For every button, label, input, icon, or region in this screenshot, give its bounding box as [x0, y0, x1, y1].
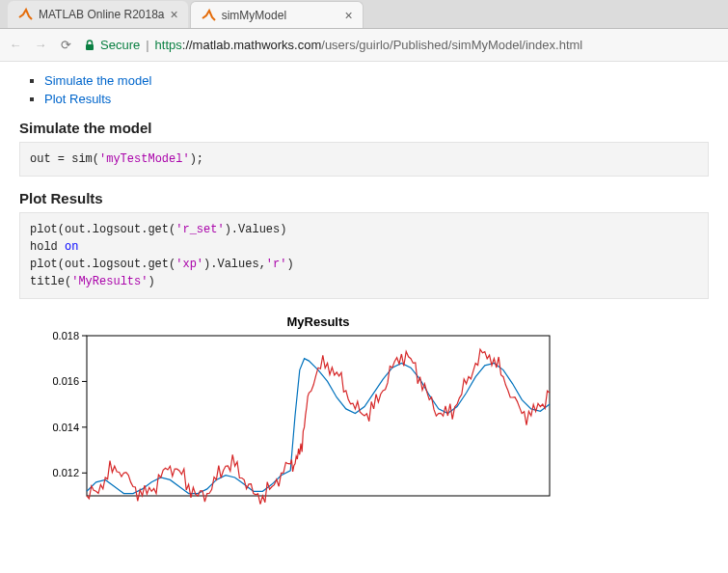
chart-myresults: MyResults0.0120.0140.0160.018: [19, 313, 709, 505]
secure-label: Secure: [100, 38, 140, 52]
svg-text:0.018: 0.018: [52, 330, 79, 341]
table-of-contents: Simulate the model Plot Results: [33, 73, 709, 106]
chart-svg: MyResults0.0120.0140.0160.018: [19, 313, 559, 505]
url-separator: |: [146, 38, 148, 52]
url-scheme: https: [155, 38, 182, 52]
reload-icon[interactable]: ⟳: [58, 38, 73, 52]
code-block-simulate: out = sim('myTestModel');: [19, 142, 709, 177]
tab-simmymodel[interactable]: simMyModel ×: [190, 1, 364, 28]
code-block-plot: plot(out.logsout.get('r_set').Values) ho…: [19, 212, 709, 299]
svg-text:0.012: 0.012: [52, 467, 79, 478]
svg-text:0.014: 0.014: [52, 422, 79, 433]
toc-link-simulate[interactable]: Simulate the model: [44, 73, 151, 88]
tab-title: simMyModel: [222, 9, 339, 22]
close-icon[interactable]: ×: [345, 9, 353, 22]
svg-rect-0: [86, 44, 94, 50]
svg-text:0.016: 0.016: [52, 375, 79, 387]
page-content: Simulate the model Plot Results Simulate…: [0, 62, 728, 513]
tab-matlab-online[interactable]: MATLAB Online R2018a ×: [8, 1, 188, 28]
tab-strip: MATLAB Online R2018a × simMyModel ×: [0, 0, 728, 29]
heading-plot-results: Plot Results: [19, 190, 709, 206]
url-host: ://matlab.mathworks.com: [182, 38, 322, 52]
svg-text:MyResults: MyResults: [286, 314, 349, 329]
close-icon[interactable]: ×: [171, 8, 178, 21]
svg-rect-2: [87, 336, 550, 496]
url-path: /users/guirlo/Published/simMyModel/index…: [321, 38, 582, 52]
matlab-favicon-icon: [17, 7, 33, 22]
address-bar: ← → ⟳ Secure | https://matlab.mathworks.…: [0, 29, 728, 62]
forward-icon[interactable]: →: [33, 38, 48, 52]
lock-icon: [83, 39, 96, 52]
heading-simulate: Simulate the model: [19, 120, 709, 136]
list-item: Plot Results: [44, 92, 709, 106]
matlab-favicon-icon: [201, 8, 216, 23]
tab-title: MATLAB Online R2018a: [39, 8, 165, 21]
url-box[interactable]: Secure | https://matlab.mathworks.com/us…: [83, 38, 720, 52]
list-item: Simulate the model: [44, 73, 709, 88]
toc-link-plot[interactable]: Plot Results: [44, 92, 111, 106]
back-icon[interactable]: ←: [8, 38, 23, 52]
